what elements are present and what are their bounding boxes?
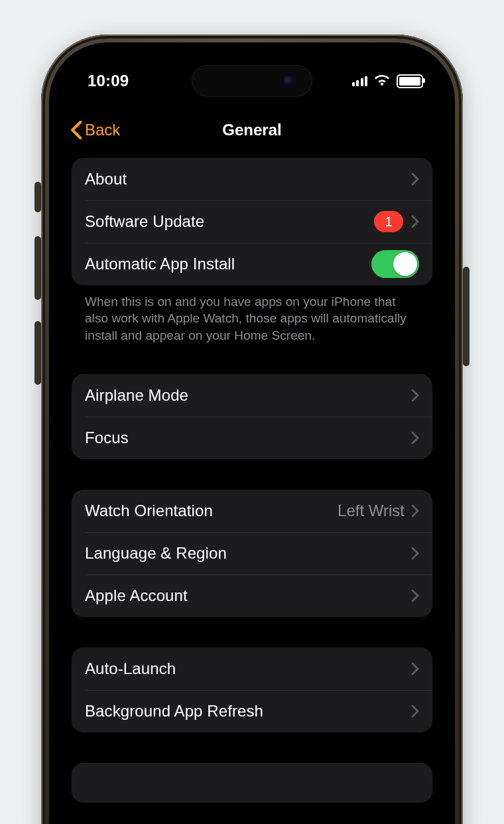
status-time: 10:09: [88, 72, 129, 90]
nav-bar: Back General: [58, 111, 446, 149]
dynamic-island: [192, 65, 312, 97]
chevron-right-icon: [411, 215, 419, 228]
side-button-vol-down: [34, 321, 41, 385]
row-label: About: [85, 170, 411, 188]
row-label: Airplane Mode: [85, 386, 411, 405]
row-label: Apple Account: [85, 586, 411, 605]
group-modes: Airplane Mode Focus: [72, 374, 432, 459]
chevron-right-icon: [411, 589, 419, 602]
battery-icon: [397, 74, 423, 88]
row-language-region[interactable]: Language & Region: [72, 532, 432, 575]
row-about[interactable]: About: [72, 158, 432, 200]
row-label: Focus: [85, 429, 411, 447]
row-auto-app-install: Automatic App Install: [72, 243, 432, 285]
row-label: Software Update: [85, 212, 374, 231]
row-software-update[interactable]: Software Update 1: [72, 200, 432, 243]
status-right: [352, 74, 424, 88]
side-button-silence: [34, 182, 41, 212]
auto-app-install-toggle[interactable]: [371, 250, 419, 278]
chevron-left-icon: [70, 121, 82, 139]
group-watch-settings: Watch Orientation Left Wrist Language & …: [72, 490, 432, 617]
row-label: Automatic App Install: [85, 255, 371, 273]
row-focus[interactable]: Focus: [72, 417, 432, 459]
row-label: Background App Refresh: [85, 702, 411, 721]
row-value: Left Wrist: [338, 502, 405, 520]
chevron-right-icon: [411, 662, 419, 675]
row-watch-orientation[interactable]: Watch Orientation Left Wrist: [72, 490, 432, 532]
back-label: Back: [85, 121, 120, 139]
phone-bezel: 10:09: [49, 42, 455, 824]
chevron-right-icon: [411, 705, 419, 718]
phone-frame: 10:09: [41, 34, 463, 824]
row-apple-account[interactable]: Apple Account: [72, 575, 432, 617]
screen: 10:09: [58, 52, 446, 824]
update-badge: 1: [374, 211, 403, 232]
chevron-right-icon: [411, 504, 419, 517]
chevron-right-icon: [411, 431, 419, 445]
side-button-vol-up: [34, 236, 41, 300]
group-next-peek: [72, 763, 432, 803]
content-scroll[interactable]: About Software Update 1: [58, 158, 446, 824]
chevron-right-icon: [411, 172, 419, 186]
row-auto-launch[interactable]: Auto-Launch: [72, 648, 432, 690]
group-general-top: About Software Update 1: [72, 158, 432, 285]
canvas: 10:09: [0, 0, 504, 824]
wifi-icon: [374, 75, 390, 87]
cellular-icon: [352, 76, 368, 86]
row-label: Auto-Launch: [85, 659, 411, 678]
group-footer-auto-install: When this is on and you have apps on you…: [72, 293, 432, 344]
row-background-app-refresh[interactable]: Background App Refresh: [72, 690, 432, 732]
back-button[interactable]: Back: [70, 121, 120, 139]
row-label: Language & Region: [85, 544, 411, 563]
row-label: Watch Orientation: [85, 502, 338, 520]
chevron-right-icon: [411, 389, 419, 402]
page-title: General: [222, 121, 281, 139]
chevron-right-icon: [411, 547, 419, 560]
row-airplane-mode[interactable]: Airplane Mode: [72, 374, 432, 417]
phone-mock: 10:09: [41, 34, 463, 824]
group-app-behavior: Auto-Launch Background App Refresh: [72, 648, 432, 732]
row-peek[interactable]: [72, 763, 432, 803]
side-button-power: [463, 267, 470, 366]
